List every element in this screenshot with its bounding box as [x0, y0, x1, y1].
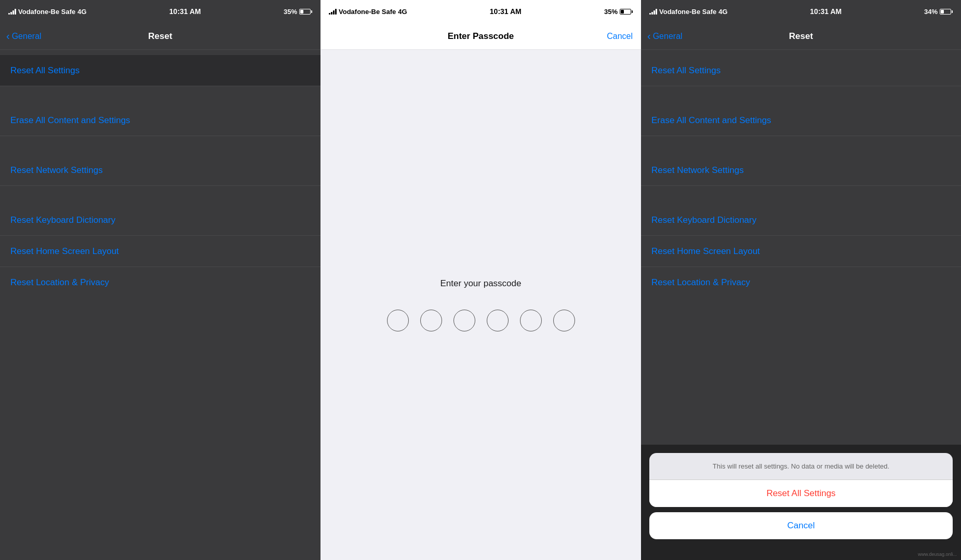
item-label: Erase All Content and Settings [10, 115, 130, 126]
passcode-area: Enter your passcode [321, 50, 641, 560]
status-left: Vodafone-Be Safe 4G [8, 8, 87, 16]
item-label: Reset Keyboard Dictionary [10, 215, 115, 225]
left-panel: Vodafone-Be Safe 4G 10:31 AM 35% ‹ Gener… [0, 0, 321, 560]
network-label: 4G [77, 8, 86, 16]
right-panel: Vodafone-Be Safe 4G 10:31 AM 34% ‹ Gener… [641, 0, 961, 560]
signal-icon [8, 8, 16, 15]
time-label: 10:31 AM [169, 7, 201, 16]
list-item[interactable]: Reset Network Settings [0, 155, 321, 186]
item-label: Reset Home Screen Layout [651, 246, 760, 257]
carrier-label-right: Vodafone-Be Safe [659, 8, 716, 16]
passcode-dot-6 [553, 310, 575, 331]
status-left-mid: Vodafone-Be Safe 4G [329, 8, 407, 16]
passcode-dot-5 [520, 310, 542, 331]
item-label: Reset Keyboard Dictionary [651, 215, 756, 225]
network-label-right: 4G [718, 8, 727, 16]
back-label-right: General [653, 32, 683, 41]
list-item[interactable]: Erase All Content and Settings [0, 105, 321, 136]
dialog-cancel-button[interactable]: Cancel [649, 512, 953, 539]
battery-percent-mid: 35% [604, 8, 618, 16]
status-bar-right: Vodafone-Be Safe 4G 10:31 AM 34% [641, 0, 961, 23]
middle-panel: Vodafone-Be Safe 4G 10:31 AM 35% Enter P… [321, 0, 641, 560]
battery-icon [299, 9, 312, 15]
passcode-dot-2 [420, 310, 442, 331]
battery-icon-right [940, 9, 953, 15]
chevron-left-icon: ‹ [6, 31, 10, 41]
battery-percent: 35% [284, 8, 297, 16]
settings-list-left: Reset All Settings Erase All Content and… [0, 50, 321, 560]
list-item[interactable]: Erase All Content and Settings [641, 105, 961, 136]
time-label-mid: 10:31 AM [490, 7, 522, 16]
list-item[interactable]: Reset Keyboard Dictionary [0, 205, 321, 236]
battery-percent-right: 34% [924, 8, 938, 16]
chevron-left-icon-right: ‹ [647, 31, 651, 41]
passcode-dot-3 [453, 310, 475, 331]
status-bar-middle: Vodafone-Be Safe 4G 10:31 AM 35% [321, 0, 641, 23]
nav-title-left: Reset [148, 31, 172, 42]
nav-bar-middle: Enter Passcode Cancel [321, 23, 641, 50]
status-right-mid: 35% [604, 8, 633, 16]
time-label-right: 10:31 AM [810, 7, 842, 16]
list-item[interactable]: Reset Home Screen Layout [641, 236, 961, 267]
list-item[interactable]: Reset Keyboard Dictionary [641, 205, 961, 236]
cancel-button-middle[interactable]: Cancel [607, 32, 633, 41]
list-item[interactable]: Reset All Settings [0, 55, 321, 86]
back-button-left[interactable]: ‹ General [6, 31, 42, 41]
back-label-left: General [12, 32, 42, 41]
dialog-message: This will reset all settings. No data or… [649, 453, 953, 481]
passcode-dot-1 [387, 310, 409, 331]
list-item[interactable]: Reset Location & Privacy [641, 267, 961, 298]
passcode-prompt: Enter your passcode [441, 278, 522, 289]
passcode-dots [387, 310, 575, 331]
watermark: www.deusag.onli... [918, 552, 957, 557]
item-label: Reset Network Settings [651, 165, 744, 176]
carrier-label: Vodafone-Be Safe [18, 8, 75, 16]
dialog-overlay: This will reset all settings. No data or… [641, 445, 961, 561]
nav-title-right: Reset [789, 31, 813, 42]
signal-icon-mid [329, 8, 337, 15]
back-button-right[interactable]: ‹ General [647, 31, 683, 41]
item-label: Reset Location & Privacy [651, 277, 750, 288]
list-item[interactable]: Reset Location & Privacy [0, 267, 321, 298]
passcode-dot-4 [487, 310, 509, 331]
nav-title-middle: Enter Passcode [448, 31, 514, 42]
status-bar-left: Vodafone-Be Safe 4G 10:31 AM 35% [0, 0, 321, 23]
list-item[interactable]: Reset Home Screen Layout [0, 236, 321, 267]
list-item[interactable]: Reset Network Settings [641, 155, 961, 186]
item-label: Reset Home Screen Layout [10, 246, 119, 257]
dialog-box: This will reset all settings. No data or… [649, 453, 953, 508]
status-left-right: Vodafone-Be Safe 4G [649, 8, 728, 16]
nav-bar-right: ‹ General Reset [641, 23, 961, 50]
status-right: 35% [284, 8, 312, 16]
item-label: Reset All Settings [10, 65, 79, 76]
item-label: Erase All Content and Settings [651, 115, 771, 126]
status-right-right: 34% [924, 8, 953, 16]
reset-all-settings-button[interactable]: Reset All Settings [649, 480, 953, 507]
network-label-mid: 4G [398, 8, 407, 16]
nav-bar-left: ‹ General Reset [0, 23, 321, 50]
signal-icon-right [649, 8, 657, 15]
battery-icon-mid [620, 9, 633, 15]
item-label: Reset Network Settings [10, 165, 103, 176]
item-label: Reset Location & Privacy [10, 277, 109, 288]
list-item[interactable]: Reset All Settings [641, 55, 961, 86]
carrier-label-mid: Vodafone-Be Safe [339, 8, 396, 16]
item-label: Reset All Settings [651, 65, 720, 76]
